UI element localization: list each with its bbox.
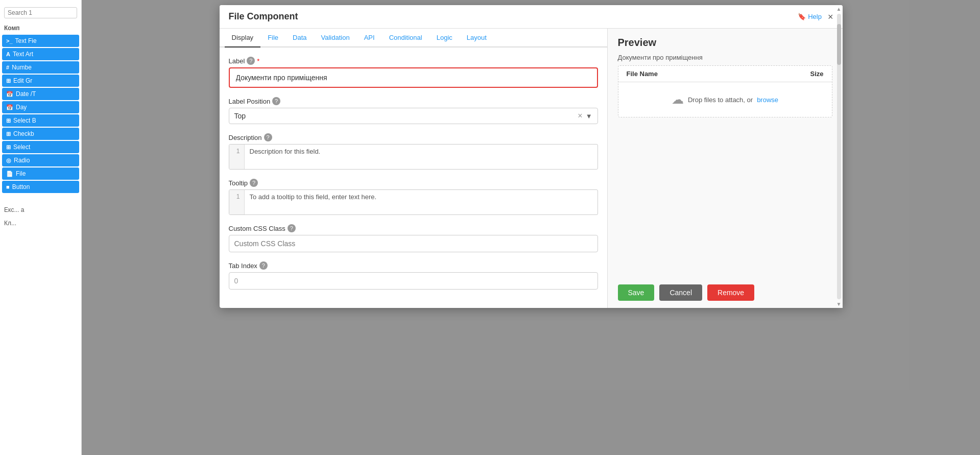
date-icon: 📅 [6, 91, 13, 98]
tooltip-form-group: Tooltip ? 1 To add a tooltip to this fie… [229, 179, 598, 215]
tab-conditional[interactable]: Conditional [382, 29, 429, 47]
file-upload-dropzone[interactable]: ☁ Drop files to attach, or browse [618, 82, 832, 117]
cloud-upload-icon: ☁ [672, 92, 684, 107]
tooltip-label: Tooltip ? [229, 179, 598, 187]
tab-layout[interactable]: Layout [460, 29, 494, 47]
sidebar-item-label: Edit Gr [13, 77, 32, 84]
modal-scrollbar[interactable]: ▲ ▼ [835, 5, 843, 308]
tab-file[interactable]: File [260, 29, 285, 47]
sidebar-item-select-b[interactable]: ⊞ Select B [2, 114, 79, 127]
preview-content: Документи про приміщення File Name Size … [608, 54, 843, 277]
sidebar-bottom-section: Екс... а [0, 203, 81, 217]
tab-index-text: Tab Index [229, 262, 257, 270]
tab-index-form-group: Tab Index ? [229, 261, 598, 290]
file-upload-header: File Name Size [618, 66, 832, 82]
preview-title: Preview [608, 29, 843, 54]
sidebar-item-day[interactable]: 📅 Day [2, 101, 79, 113]
tab-index-help-icon[interactable]: ? [259, 261, 268, 270]
scroll-up-arrow[interactable]: ▲ [835, 5, 843, 13]
browse-link[interactable]: browse [757, 96, 778, 104]
sidebar-search-container[interactable] [0, 4, 81, 21]
tabs-container: Display File Data Validation API Conditi… [220, 29, 607, 47]
file-upload-box: File Name Size ☁ Drop files to attach, o… [618, 65, 832, 117]
left-panel: Display File Data Validation API Conditi… [220, 29, 608, 308]
save-button[interactable]: Save [618, 284, 655, 301]
scroll-thumb[interactable] [837, 24, 841, 65]
help-icon: 🔖 [798, 13, 806, 20]
sidebar-item-file[interactable]: 📄 File [2, 167, 79, 180]
modal-header-right: 🔖 Help × [798, 12, 833, 21]
modal-header: File Component 🔖 Help × [220, 5, 843, 29]
tab-index-input[interactable] [229, 272, 598, 290]
sidebar-item-edit-grid[interactable]: ⊞ Edit Gr [2, 75, 79, 87]
dropzone-text: Drop files to attach, or [688, 96, 753, 104]
sidebar-item-button[interactable]: ■ Button [2, 181, 79, 193]
sidebar-item-label: Button [12, 183, 30, 190]
select-b-icon: ⊞ [6, 117, 11, 124]
main-content: File Component 🔖 Help × [82, 0, 980, 455]
close-button[interactable]: × [828, 12, 833, 21]
label-field-label: Label ? * [229, 57, 598, 65]
tab-display[interactable]: Display [225, 29, 261, 47]
modal-body: Display File Data Validation API Conditi… [220, 29, 843, 308]
help-link[interactable]: 🔖 Help [798, 13, 822, 20]
sidebar-bottom-label: Кл... [0, 217, 81, 230]
file-name-column: File Name [627, 70, 810, 78]
tab-data[interactable]: Data [285, 29, 314, 47]
tooltip-text: Tooltip [229, 179, 248, 187]
label-input[interactable] [231, 69, 596, 86]
tab-logic[interactable]: Logic [429, 29, 460, 47]
select-clear-icon[interactable]: × [578, 111, 582, 121]
label-position-select[interactable]: Top × ▼ [229, 108, 598, 124]
sidebar-item-label: Select [13, 143, 30, 151]
description-label: Description ? [229, 133, 598, 141]
remove-button[interactable]: Remove [707, 284, 754, 301]
custom-css-input[interactable] [229, 235, 598, 252]
description-text: Description [229, 134, 262, 141]
description-placeholder: Description for this field. [245, 145, 597, 169]
cancel-button[interactable]: Cancel [659, 284, 702, 301]
sidebar-item-label: Select B [13, 117, 36, 124]
label-position-label: Label Position ? [229, 97, 598, 105]
tooltip-help-icon[interactable]: ? [250, 179, 258, 187]
file-icon: 📄 [6, 171, 13, 177]
modal-footer: Save Cancel Remove [608, 277, 843, 308]
label-input-wrapper [229, 67, 598, 88]
sidebar-item-radio[interactable]: ◎ Radio [2, 154, 79, 166]
tooltip-line-number: 1 [229, 190, 245, 214]
tab-api[interactable]: API [357, 29, 382, 47]
tab-validation[interactable]: Validation [314, 29, 357, 47]
sidebar-item-label: Checkb [13, 130, 34, 137]
sidebar-item-number[interactable]: # Numbe [2, 61, 79, 74]
description-editor[interactable]: 1 Description for this field. [229, 144, 598, 170]
sidebar-item-select[interactable]: ⊞ Select [2, 141, 79, 153]
label-help-icon[interactable]: ? [247, 57, 255, 65]
label-required-star: * [257, 57, 259, 65]
sidebar: Комп >_ Text Fie A Text Art # Numbe ⊞ Ed… [0, 0, 82, 455]
custom-css-help-icon[interactable]: ? [288, 224, 296, 232]
scroll-down-arrow[interactable]: ▼ [835, 300, 843, 308]
background-page: Комп >_ Text Fie A Text Art # Numbe ⊞ Ed… [0, 0, 980, 455]
search-input[interactable] [4, 7, 77, 18]
day-icon: 📅 [6, 104, 13, 111]
sidebar-item-text-field[interactable]: >_ Text Fie [2, 35, 79, 47]
label-position-form-group: Label Position ? Top × ▼ [229, 97, 598, 124]
sidebar-item-date[interactable]: 📅 Date /T [2, 88, 79, 100]
sidebar-item-text-art[interactable]: A Text Art [2, 48, 79, 60]
sidebar-item-label: Text Fie [15, 37, 37, 44]
description-help-icon[interactable]: ? [264, 133, 272, 141]
label-form-group: Label ? * [229, 57, 598, 88]
tooltip-editor[interactable]: 1 To add a tooltip to this field, enter … [229, 189, 598, 215]
sidebar-item-label: Radio [14, 157, 30, 164]
sidebar-item-checkbox[interactable]: ⊞ Checkb [2, 128, 79, 140]
edit-grid-icon: ⊞ [6, 78, 11, 84]
custom-css-form-group: Custom CSS Class ? [229, 224, 598, 252]
sidebar-item-label: Text Art [13, 51, 33, 58]
select-arrow-icon: ▼ [586, 112, 592, 120]
label-position-value: Top [234, 112, 578, 120]
label-position-help-icon[interactable]: ? [272, 97, 280, 105]
sidebar-section-title: Комп [0, 21, 81, 34]
label-text: Label [229, 57, 245, 65]
description-line-number: 1 [229, 145, 245, 169]
preview-label: Документи про приміщення [618, 54, 832, 61]
